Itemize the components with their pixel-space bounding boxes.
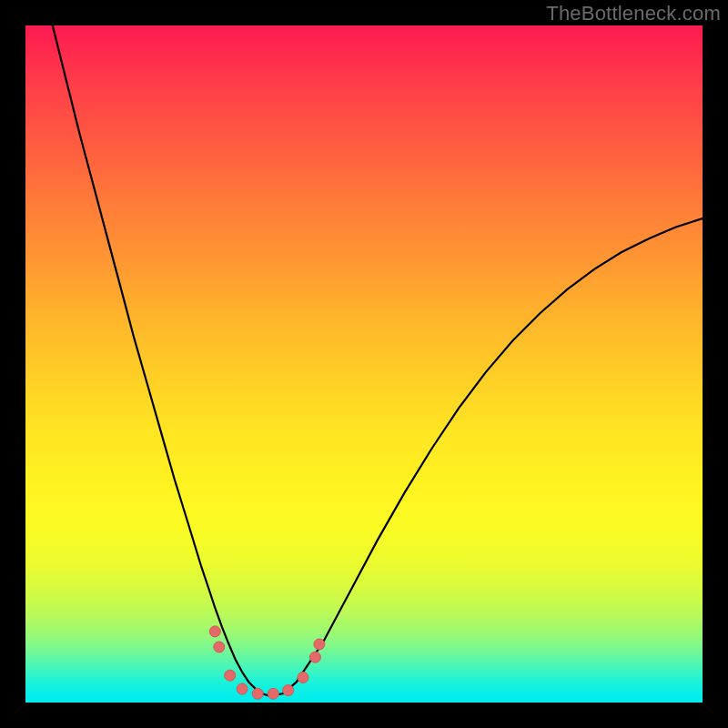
curve-marker-dot	[268, 688, 278, 699]
curve-marker-dot	[298, 672, 308, 683]
curve-marker-dot	[225, 670, 236, 681]
curve-marker-dot	[314, 639, 325, 650]
bottleneck-curve	[53, 25, 703, 696]
plot-svg	[25, 25, 703, 703]
watermark-text: TheBottleneck.com	[546, 2, 721, 25]
curve-marker-dot	[283, 685, 294, 696]
curve-marker-dot	[309, 652, 320, 662]
plot-area	[25, 25, 703, 703]
curve-marker-dot	[209, 626, 220, 637]
curve-marker-dot	[252, 688, 263, 699]
curve-marker-dot	[214, 642, 225, 652]
outer-frame: TheBottleneck.com	[0, 0, 728, 728]
curve-marker-dot	[237, 683, 248, 694]
